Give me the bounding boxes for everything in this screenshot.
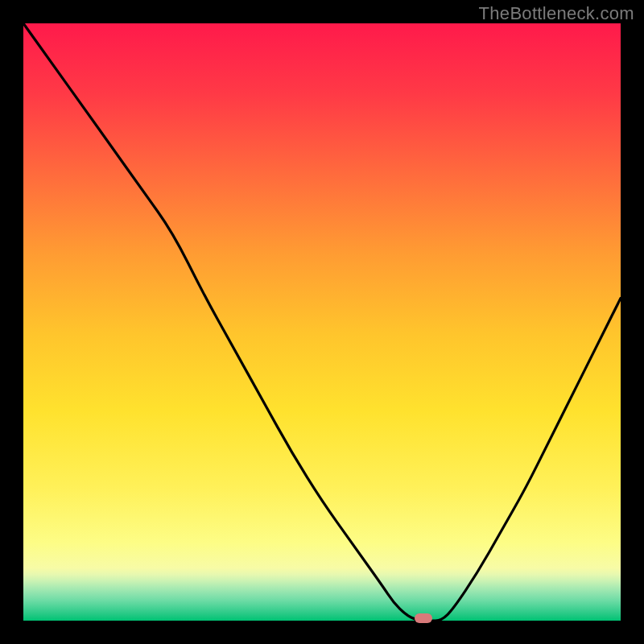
plot-area <box>23 23 621 621</box>
min-marker <box>415 613 432 623</box>
bottleneck-curve <box>23 23 621 621</box>
chart-frame: TheBottleneck.com <box>0 0 644 644</box>
watermark-label: TheBottleneck.com <box>479 3 634 24</box>
